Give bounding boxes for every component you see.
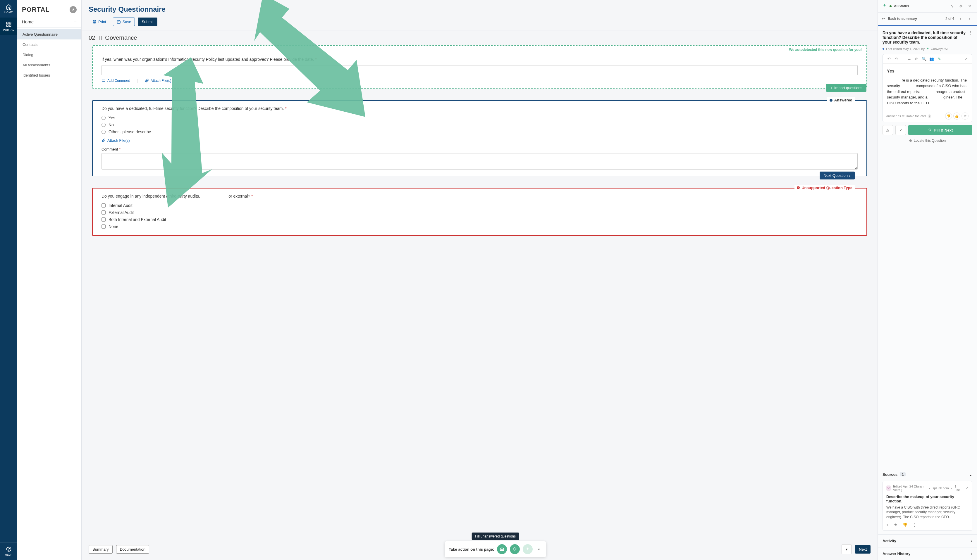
rail-help[interactable]: HELP [0, 542, 17, 560]
import-questions-button[interactable]: + Import questions [826, 84, 867, 92]
question-card-3: Unsupported Question Type Do you engage … [92, 188, 867, 236]
pin-button[interactable] [70, 6, 77, 13]
save-icon [117, 20, 121, 24]
src-add-button[interactable]: + [886, 523, 889, 527]
prev-question-button[interactable]: ‹ [957, 15, 964, 22]
refresh-icon[interactable]: ⟳ [913, 57, 920, 61]
svg-point-10 [501, 549, 502, 550]
pager-label: 2 of 4 [945, 17, 954, 21]
redo-icon[interactable]: ↷ [893, 57, 900, 61]
page-dropdown[interactable]: ▾ [841, 544, 852, 554]
q2-option-yes[interactable]: Yes [102, 114, 858, 121]
comment-textarea[interactable] [102, 153, 858, 170]
answer-history-section[interactable]: Answer History ‹ [878, 547, 977, 560]
toolbar: Print Save Submit [82, 13, 878, 30]
reuse-label: answer as reusable for later. [886, 114, 927, 118]
target-icon: ⊕ [909, 138, 912, 143]
ai-logo-icon [882, 3, 887, 9]
search-icon[interactable]: 🔍 [921, 57, 927, 61]
q3-option-none[interactable]: None [102, 223, 858, 230]
add-comment-link[interactable]: Add Comment [102, 78, 130, 83]
next-page-button[interactable]: Next [855, 545, 870, 553]
ai-panel: AI Status ⤡ ✥ ✕ ↩ Back to summary 2 of 4… [878, 0, 977, 560]
sidebar-home-row[interactable]: Home − [17, 17, 81, 27]
info-icon[interactable]: ⓘ [928, 114, 931, 118]
sidebar-title: PORTAL [22, 6, 50, 13]
fill-and-next-button[interactable]: Fill & Next [908, 125, 972, 135]
nav-active-questionnaire[interactable]: Active Questionnaire [17, 29, 81, 40]
q2-option-other[interactable]: Other - please describe [102, 128, 858, 135]
documentation-button[interactable]: Documentation [116, 545, 149, 553]
svg-rect-3 [9, 25, 11, 27]
action-pill: Fill unanswered questions Take action on… [445, 541, 546, 557]
next-question-button[interactable]: Next Question ↓ [820, 172, 855, 180]
page-title: Security Questionnaire [89, 5, 870, 13]
attach-file-link-1[interactable]: Attach File(s) [145, 78, 171, 83]
question-more-icon[interactable]: ⋮ [968, 30, 972, 35]
svg-point-5 [8, 550, 9, 551]
camera-icon [500, 547, 504, 552]
attach-icon [145, 78, 149, 83]
cloud-icon[interactable]: ☁ [906, 57, 912, 61]
save-button[interactable]: Save [113, 18, 135, 26]
q2-option-no[interactable]: No [102, 121, 858, 128]
rail-portal[interactable]: PORTAL [0, 18, 17, 35]
unsupported-badge: Unsupported Question Type [795, 185, 855, 190]
approve-button[interactable]: ✓ [895, 125, 906, 135]
nav-dialog[interactable]: Dialog [17, 50, 81, 60]
locate-question-link[interactable]: ⊕ Locate this Question [883, 135, 972, 144]
last-edited-label: Last edited May 1, 2024 by ✦ ConveyorAI [883, 47, 972, 50]
nav-contacts[interactable]: Contacts [17, 40, 81, 50]
answered-badge: Answered [827, 97, 855, 103]
external-link-icon[interactable]: ↗ [966, 486, 969, 490]
attach-file-link-2[interactable]: Attach File(s) [102, 138, 130, 143]
regenerate-button[interactable]: ⟳ [962, 113, 969, 120]
action-dropdown[interactable]: ▾ [535, 544, 542, 554]
source-edited: Edited Apr '24 (Sarah Veirs ) [893, 485, 927, 492]
print-icon [92, 20, 97, 24]
main-content: Security Questionnaire Print Save Submit… [82, 0, 878, 560]
undo-icon[interactable]: ↶ [886, 57, 892, 61]
summary-button[interactable]: Summary [89, 545, 113, 553]
rail-home[interactable]: HOME [0, 0, 17, 18]
fill-action-button[interactable] [510, 544, 520, 554]
src-thumbs-down-button[interactable]: 👎 [903, 523, 907, 527]
ai-action-button[interactable] [523, 544, 533, 554]
home-icon [6, 4, 12, 10]
src-star-button[interactable]: ★ [894, 523, 897, 527]
share-icon[interactable]: ↗ [963, 57, 969, 61]
autodetect-banner: We autodetected this new question for yo… [93, 46, 867, 52]
q3-option-external[interactable]: External Audit [102, 209, 858, 216]
pin-icon [71, 8, 75, 12]
submit-button[interactable]: Submit [138, 18, 157, 26]
nav-identified-issues[interactable]: Identified Issues [17, 70, 81, 80]
answer-box: ↶ ↷ ☁ ⟳ 🔍 👥 ✎ ↗ Yes re is a dedicated se… [883, 54, 972, 122]
collapse-icon[interactable]: ⤡ [949, 3, 955, 9]
src-more-button[interactable]: ⋮ [913, 523, 917, 527]
thumbs-down-button[interactable]: 👎 [945, 113, 952, 120]
answer-content[interactable]: Yes re is a dedicated security function.… [883, 64, 972, 110]
nav-all-assessments[interactable]: All Assessments [17, 60, 81, 70]
panel-question-text: Do you have a dedicated, full-time secur… [883, 30, 972, 45]
plus-icon: + [830, 86, 833, 90]
q3-option-both[interactable]: Both Internal and External Audit [102, 216, 858, 223]
sparkle-icon [525, 547, 530, 552]
activity-section[interactable]: Activity ‹ [878, 534, 977, 547]
rail-portal-label: PORTAL [3, 28, 14, 31]
question-1-input[interactable] [102, 65, 858, 75]
sources-header[interactable]: Sources 1 ⌄ [878, 468, 977, 481]
next-question-button[interactable]: › [967, 15, 973, 22]
flag-button[interactable]: ⚠ [883, 125, 893, 135]
tooltip: Fill unanswered questions [472, 533, 519, 540]
q3-option-internal[interactable]: Internal Audit [102, 202, 858, 209]
thumbs-up-button[interactable]: 👍 [953, 113, 960, 120]
close-panel-icon[interactable]: ✕ [967, 3, 973, 9]
magic-icon[interactable]: ✎ [936, 57, 942, 61]
back-to-summary[interactable]: Back to summary [888, 17, 917, 21]
move-icon[interactable]: ✥ [958, 3, 964, 9]
help-icon [6, 546, 12, 552]
camera-action-button[interactable] [497, 544, 507, 554]
print-button[interactable]: Print [89, 18, 110, 26]
people-icon[interactable]: 👥 [928, 57, 935, 61]
back-arrow-icon[interactable]: ↩ [882, 17, 885, 21]
